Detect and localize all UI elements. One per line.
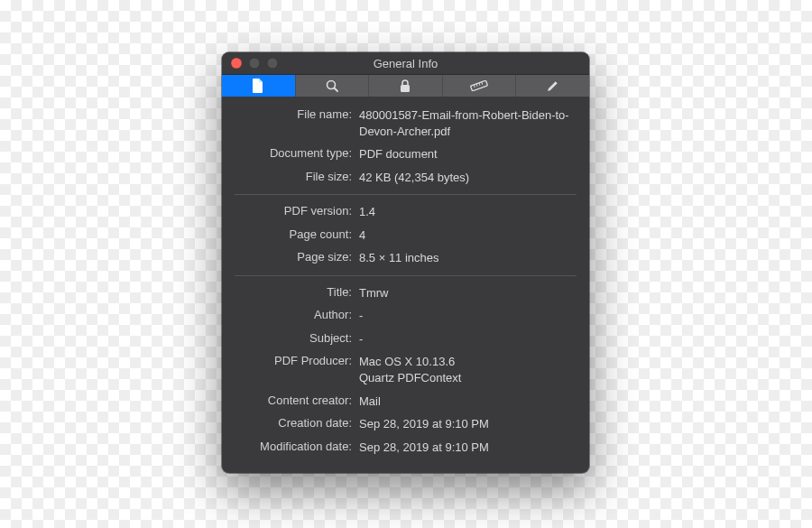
label-author: Author: xyxy=(235,308,359,321)
value-author: - xyxy=(359,308,577,324)
value-page-count: 4 xyxy=(359,227,577,244)
svg-line-6 xyxy=(479,83,480,86)
value-creation-date: Sep 28, 2019 at 9:10 PM xyxy=(359,416,577,432)
svg-rect-2 xyxy=(401,85,410,92)
ruler-icon xyxy=(470,80,488,91)
separator xyxy=(235,275,577,276)
value-pdf-version: 1.4 xyxy=(359,204,577,220)
label-file-size: File size: xyxy=(235,170,359,183)
svg-line-1 xyxy=(334,88,337,92)
value-title: Tmrw xyxy=(359,285,577,301)
tab-edit[interactable] xyxy=(516,75,589,97)
label-modification-date: Modification date: xyxy=(235,440,359,453)
label-title: Title: xyxy=(235,285,359,299)
pencil-icon xyxy=(546,79,560,93)
row-file-size: File size: 42 KB (42,354 bytes) xyxy=(235,166,577,190)
row-author: Author: - xyxy=(235,304,577,328)
row-page-count: Page count: 4 xyxy=(235,224,577,247)
svg-rect-3 xyxy=(471,80,488,91)
row-content-creator: Content creator: Mail xyxy=(235,390,577,413)
label-pdf-version: PDF version: xyxy=(235,204,359,218)
search-icon xyxy=(325,79,339,93)
row-page-size: Page size: 8.5 × 11 inches xyxy=(235,246,577,270)
label-document-type: Document type: xyxy=(235,146,359,160)
row-subject: Subject: - xyxy=(235,328,577,351)
zoom-button[interactable] xyxy=(267,58,278,69)
lock-icon xyxy=(399,79,411,93)
minimize-button[interactable] xyxy=(249,58,260,69)
label-subject: Subject: xyxy=(235,331,359,345)
label-file-name: File name: xyxy=(235,107,359,121)
separator xyxy=(235,194,577,195)
tab-ruler[interactable] xyxy=(443,75,517,97)
svg-line-4 xyxy=(474,85,475,88)
value-page-size: 8.5 × 11 inches xyxy=(359,250,577,266)
tab-search[interactable] xyxy=(296,75,370,97)
label-page-size: Page size: xyxy=(235,250,359,264)
row-pdf-version: PDF version: 1.4 xyxy=(235,200,577,224)
value-file-name: 480001587-Email-from-Robert-Biden-to-Dev… xyxy=(359,107,577,139)
row-creation-date: Creation date: Sep 28, 2019 at 9:10 PM xyxy=(235,412,577,436)
value-document-type: PDF document xyxy=(359,146,577,162)
label-pdf-producer: PDF Producer: xyxy=(235,354,359,367)
tab-lock[interactable] xyxy=(369,75,443,97)
svg-line-7 xyxy=(482,82,483,85)
info-window: General Info xyxy=(222,52,589,473)
value-modification-date: Sep 28, 2019 at 9:10 PM xyxy=(359,440,577,456)
titlebar: General Info xyxy=(222,52,589,75)
toolbar xyxy=(222,75,589,97)
row-title: Title: Tmrw xyxy=(235,282,577,305)
value-file-size: 42 KB (42,354 bytes) xyxy=(359,170,577,186)
value-content-creator: Mail xyxy=(359,394,577,410)
svg-line-5 xyxy=(476,84,477,87)
info-body: File name: 480001587-Email-from-Robert-B… xyxy=(222,97,589,473)
row-file-name: File name: 480001587-Email-from-Robert-B… xyxy=(235,104,577,143)
file-icon xyxy=(252,79,264,93)
close-button[interactable] xyxy=(231,58,242,69)
label-content-creator: Content creator: xyxy=(235,394,359,407)
tab-file[interactable] xyxy=(222,75,296,97)
label-creation-date: Creation date: xyxy=(235,416,359,430)
row-document-type: Document type: PDF document xyxy=(235,143,577,166)
value-pdf-producer: Mac OS X 10.13.6Quartz PDFContext xyxy=(359,354,577,385)
row-pdf-producer: PDF Producer: Mac OS X 10.13.6Quartz PDF… xyxy=(235,350,577,389)
value-subject: - xyxy=(359,331,577,347)
row-modification-date: Modification date: Sep 28, 2019 at 9:10 … xyxy=(235,436,577,459)
label-page-count: Page count: xyxy=(235,227,359,241)
traffic-lights xyxy=(222,58,278,69)
